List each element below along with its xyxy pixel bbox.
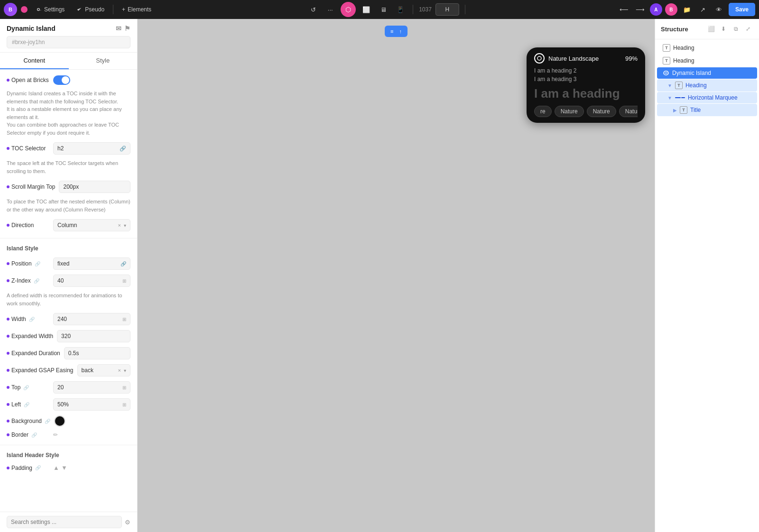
elements-button[interactable]: + Elements xyxy=(117,3,156,16)
toc-selector-input[interactable]: 🔗 xyxy=(53,142,130,155)
tablet-button[interactable]: 📱 xyxy=(394,3,407,16)
di-title: Nature Landscape xyxy=(548,55,599,62)
top-unit: ⊞ xyxy=(122,385,126,390)
heading-icon-3: T xyxy=(675,82,683,89)
sep3 xyxy=(465,5,465,14)
tab-bar: Content Style xyxy=(0,53,137,70)
expanded-gsap-label: Expanded GSAP Easing xyxy=(7,367,74,374)
tree-item-heading-1[interactable]: T Heading xyxy=(657,42,757,54)
top-input[interactable]: ⊞ xyxy=(53,381,130,394)
di-percent: 99% xyxy=(625,55,638,62)
frame-button[interactable]: ⬜ xyxy=(360,3,373,16)
desktop-button[interactable]: 🖥 xyxy=(377,3,390,16)
element-id-input[interactable] xyxy=(7,36,130,48)
add-page-icon[interactable]: ⬜ xyxy=(706,24,716,34)
tree-item-dynamic-island[interactable]: Dynamic Island xyxy=(657,67,757,79)
main-toolbar: B Settings Pseudo + Elements ↺ ··· ⬡ ⬜ 🖥… xyxy=(0,0,759,19)
left-input[interactable]: ⊞ xyxy=(53,398,130,411)
padding-edit-up[interactable]: ▲ xyxy=(53,464,59,471)
folder-button[interactable]: 📁 xyxy=(680,3,694,16)
right-panel-header: Structure ⬜ ⬇ ⧉ ⤢ xyxy=(655,19,759,39)
more-button[interactable]: ··· xyxy=(324,3,337,16)
eye-button[interactable]: 👁 xyxy=(713,3,726,16)
expanded-duration-input[interactable] xyxy=(64,347,130,359)
di-tag-3: Nature xyxy=(587,106,616,117)
open-at-bricks-row: Open at Bricks xyxy=(7,75,130,85)
di-heading3: I am a heading 3 xyxy=(534,76,638,83)
padding-label: Padding 🔗 xyxy=(7,465,49,471)
settings-gear-icon[interactable]: ⚙ xyxy=(125,519,130,526)
svg-point-0 xyxy=(537,56,541,60)
dynamic-island-widget: Nature Landscape 99% I am a heading 2 I … xyxy=(527,47,645,123)
save-button[interactable]: Save xyxy=(729,3,755,16)
zoom-out-button[interactable]: ⟵ xyxy=(618,3,631,16)
settings-button[interactable]: Settings xyxy=(30,3,69,16)
di-tags: re Nature Nature Nature xyxy=(534,106,638,117)
undo-button[interactable]: ↺ xyxy=(306,3,320,16)
search-input[interactable] xyxy=(7,516,122,528)
expanded-gsap-select[interactable]: back × ▾ xyxy=(77,364,130,376)
canvas-area: ≡ ↑ Nature Landscape 99% I am a heading … xyxy=(138,19,655,532)
canvas-toolbar: ≡ ↑ xyxy=(385,26,407,37)
width-input[interactable]: ⊞ xyxy=(53,313,130,325)
padding-edit-down[interactable]: ▼ xyxy=(61,464,67,471)
tree-item-heading-2[interactable]: T Heading xyxy=(657,55,757,67)
border-edit[interactable]: ✏ xyxy=(53,431,58,438)
email-icon[interactable]: ✉ xyxy=(116,25,121,32)
bookmark-icon[interactable]: ⚑ xyxy=(124,25,130,32)
tab-style[interactable]: Style xyxy=(69,53,138,69)
border-row: Border 🔗 ✏ xyxy=(7,431,130,438)
expanded-duration-label: Expanded Duration xyxy=(7,350,60,357)
expanded-width-input[interactable] xyxy=(57,330,130,342)
di-header-left: Nature Landscape xyxy=(534,53,599,64)
scroll-info: The space left at the TOC Selector targe… xyxy=(7,159,130,175)
search-bar: ⚙ xyxy=(0,512,137,532)
structure-tree: T Heading T Heading Dynamic Island ▼ T H… xyxy=(655,39,759,119)
left-unit: ⊞ xyxy=(122,402,126,407)
avatar-2[interactable]: B xyxy=(665,3,677,16)
zindex-input[interactable]: ⊞ xyxy=(53,275,130,287)
scroll-margin-input[interactable] xyxy=(59,181,130,193)
toolbar-center: ↺ ··· ⬡ ⬜ 🖥 📱 1037 xyxy=(306,2,467,17)
canvas-toolbar-up[interactable]: ↑ xyxy=(397,28,404,35)
tab-content[interactable]: Content xyxy=(0,53,69,69)
panel-title-icons: ✉ ⚑ xyxy=(116,25,130,32)
position-row: Position 🔗 🔗 xyxy=(7,257,130,270)
expand-arrow-2: ▼ xyxy=(667,95,672,101)
di-tag-1: re xyxy=(534,106,552,117)
background-color[interactable] xyxy=(54,415,65,427)
logo[interactable]: B xyxy=(4,3,17,16)
island-header-title: Island Header Style xyxy=(7,452,130,459)
top-row: Top 🔗 ⊞ xyxy=(7,381,130,394)
zindex-unit: ⊞ xyxy=(122,278,126,284)
position-input[interactable]: 🔗 xyxy=(53,257,130,270)
center-icon[interactable]: ⬡ xyxy=(341,2,356,17)
zoom-in-button[interactable]: ⟶ xyxy=(634,3,647,16)
expand-arrow-3: ▶ xyxy=(673,108,677,113)
right-panel: Structure ⬜ ⬇ ⧉ ⤢ T Heading T Heading xyxy=(655,19,759,532)
expand-icon[interactable]: ⤢ xyxy=(743,24,753,34)
direction-clear[interactable]: × xyxy=(118,222,121,228)
width-row: Width 🔗 ⊞ xyxy=(7,313,130,325)
expanded-duration-row: Expanded Duration xyxy=(7,347,130,359)
pseudo-button[interactable]: Pseudo xyxy=(71,3,109,16)
di-heading2: I am a heading 2 xyxy=(534,67,638,74)
canvas-toolbar-bars[interactable]: ≡ xyxy=(389,28,395,35)
left-label: Left 🔗 xyxy=(7,401,49,408)
direction-select[interactable]: Column × ▾ xyxy=(53,219,130,231)
gsap-clear[interactable]: × xyxy=(118,367,121,373)
expanded-gsap-row: Expanded GSAP Easing back × ▾ xyxy=(7,364,130,376)
width-label: 1037 xyxy=(419,6,432,13)
heading-icon-2: T xyxy=(663,57,670,64)
open-at-bricks-toggle[interactable] xyxy=(53,75,70,85)
tree-item-marquee[interactable]: ▼ Horizontal Marquee xyxy=(657,92,757,103)
share-button[interactable]: ↗ xyxy=(696,3,710,16)
structure-title: Structure xyxy=(661,26,688,33)
width-input[interactable] xyxy=(435,3,459,16)
tree-item-heading-nested[interactable]: ▼ T Heading xyxy=(657,79,757,92)
download-icon[interactable]: ⬇ xyxy=(718,24,729,34)
tree-item-title[interactable]: ▶ T Title xyxy=(657,104,757,116)
copy-icon[interactable]: ⧉ xyxy=(731,24,741,34)
avatar-1[interactable]: A xyxy=(650,3,662,16)
top-label: Top 🔗 xyxy=(7,384,49,391)
